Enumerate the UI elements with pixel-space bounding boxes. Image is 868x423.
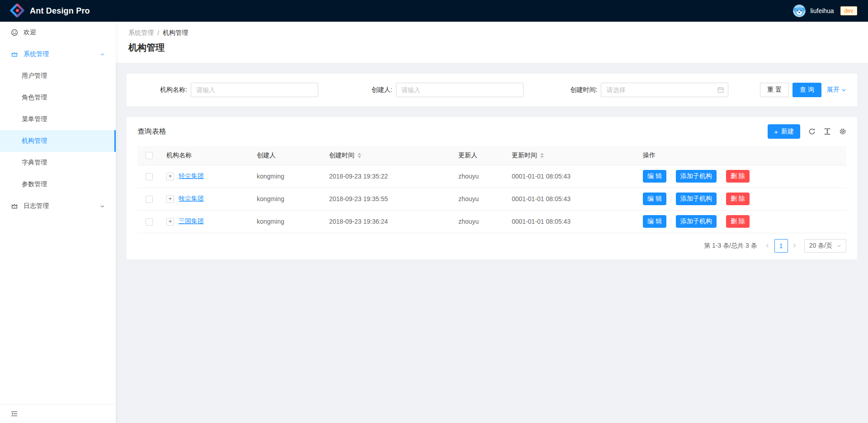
sidebar-item-label: 系统管理: [24, 50, 49, 58]
creator-cell: kongming: [250, 210, 322, 233]
expand-link-label: 展开: [827, 86, 840, 94]
calendar-icon: [717, 87, 724, 93]
sidebar-item-role-management[interactable]: 角色管理: [0, 87, 116, 108]
creator-cell: kongming: [250, 165, 322, 188]
column-label: 机构名称: [166, 151, 192, 160]
creator-input[interactable]: [396, 83, 524, 97]
sidebar-item-label: 用户管理: [22, 72, 47, 80]
pagination-prev-button[interactable]: [762, 239, 774, 253]
table-toolbar: 查询表格 + 新建: [127, 117, 857, 146]
form-item-org-name: 机构名称:: [137, 83, 343, 97]
org-name-link[interactable]: 牧尘集团: [179, 195, 204, 203]
divider: [721, 196, 722, 202]
created-at-cell: 2018-09-23 19:35:55: [322, 188, 451, 210]
sidebar-item-user-management[interactable]: 用户管理: [0, 65, 116, 87]
sidebar-item-menu-management[interactable]: 菜单管理: [0, 108, 116, 130]
edit-button[interactable]: 编 辑: [643, 215, 666, 228]
reload-icon[interactable]: [808, 128, 816, 135]
org-name-link[interactable]: 三国集团: [179, 217, 204, 226]
org-name-input[interactable]: [191, 83, 318, 97]
row-checkbox[interactable]: [146, 173, 153, 180]
row-checkbox[interactable]: [146, 196, 153, 203]
sidebar-item-label: 机构管理: [22, 137, 47, 145]
row-expand-button[interactable]: +: [166, 173, 174, 180]
breadcrumb: 系统管理 / 机构管理: [128, 29, 854, 37]
creator-cell: kongming: [250, 188, 322, 210]
sidebar-item-log-management[interactable]: 日志管理: [0, 195, 116, 217]
updater-cell: zhouyu: [451, 165, 505, 188]
add-child-org-button[interactable]: 添加子机构: [676, 193, 717, 205]
sidebar-menu: 欢迎 系统管理 用户管理 角色管理 菜单管理 机构管理: [0, 22, 116, 404]
table-header-row: 机构名称 创建人 创建时间: [137, 146, 846, 165]
user-avatar[interactable]: [793, 5, 806, 17]
create-time-datepicker[interactable]: [601, 83, 728, 97]
sidebar-collapse-trigger[interactable]: [0, 404, 116, 423]
org-name-link[interactable]: 轻尘集团: [179, 172, 204, 180]
chevron-up-icon: [100, 52, 105, 57]
sidebar-item-param-management[interactable]: 参数管理: [0, 174, 116, 195]
org-name-label: 机构名称:: [137, 86, 191, 94]
new-button-label: 新建: [781, 127, 794, 136]
edit-button[interactable]: 编 辑: [643, 193, 666, 205]
username: liufeihua: [810, 7, 834, 14]
divider: [721, 173, 722, 180]
smile-icon: [11, 29, 18, 36]
top-header: Ant Design Pro liufeihua dev: [0, 0, 868, 22]
sort-carets-icon: [540, 153, 544, 158]
column-header-updated-at[interactable]: 更新时间: [505, 146, 636, 165]
search-actions: 重 置 查 询 展开: [760, 83, 846, 97]
column-label: 操作: [643, 151, 656, 159]
main-area: 系统管理 / 机构管理 机构管理 机构名称: 创建人:: [116, 22, 868, 423]
sidebar-item-label: 字典管理: [22, 159, 47, 167]
sidebar-item-dict-management[interactable]: 字典管理: [0, 152, 116, 174]
chevron-down-icon: [837, 244, 841, 248]
delete-button[interactable]: 删 除: [726, 193, 750, 205]
search-form: 机构名称: 创建人: 创建时间:: [137, 83, 753, 97]
creator-label: 创建人:: [343, 86, 396, 94]
pagination-total: 第 1-3 条/总共 3 条: [704, 242, 757, 250]
sidebar-item-org-management[interactable]: 机构管理: [0, 130, 116, 152]
page-size-select[interactable]: 20 条/页: [804, 239, 846, 253]
settings-gear-icon[interactable]: [839, 128, 846, 135]
select-all-checkbox[interactable]: [146, 152, 153, 159]
table-card: 查询表格 + 新建: [127, 117, 857, 259]
edit-button[interactable]: 编 辑: [643, 170, 666, 183]
query-button[interactable]: 查 询: [793, 83, 821, 97]
sidebar-item-label: 角色管理: [22, 94, 47, 102]
row-expand-button[interactable]: +: [166, 218, 174, 226]
row-expand-button[interactable]: +: [166, 195, 174, 203]
sort-carets-icon: [358, 153, 361, 158]
column-height-icon[interactable]: [824, 128, 831, 135]
column-header-created-at[interactable]: 创建时间: [322, 146, 451, 165]
app-title: Ant Design Pro: [30, 6, 90, 16]
divider: [671, 196, 671, 202]
column-header-actions: 操作: [636, 146, 846, 165]
created-at-cell: 2018-09-23 19:35:22: [322, 165, 451, 188]
create-time-label: 创建时间:: [547, 86, 601, 94]
pagination-page-1[interactable]: 1: [774, 239, 788, 253]
sidebar: 欢迎 系统管理 用户管理 角色管理 菜单管理 机构管理: [0, 22, 116, 423]
table-row: + 牧尘集团 kongming 2018-09-23 19:35:55 zhou…: [137, 188, 846, 210]
add-child-org-button[interactable]: 添加子机构: [676, 170, 717, 183]
reset-button[interactable]: 重 置: [760, 83, 789, 97]
table-row: + 轻尘集团 kongming 2018-09-23 19:35:22 zhou…: [137, 165, 846, 188]
pagination-next-button[interactable]: [789, 239, 801, 253]
new-button[interactable]: + 新建: [768, 124, 800, 139]
menu-fold-icon: [11, 410, 18, 417]
breadcrumb-parent[interactable]: 系统管理: [128, 29, 154, 37]
delete-button[interactable]: 删 除: [726, 170, 750, 183]
delete-button[interactable]: 删 除: [726, 215, 750, 228]
updated-at-cell: 0001-01-01 08:05:43: [505, 188, 636, 210]
env-badge: dev: [840, 6, 857, 15]
app-logo-icon[interactable]: [10, 4, 24, 18]
sidebar-item-system-management[interactable]: 系统管理: [0, 43, 116, 65]
toolbar-actions: + 新建: [768, 124, 846, 139]
row-checkbox[interactable]: [146, 218, 153, 226]
column-label: 更新人: [458, 151, 477, 160]
add-child-org-button[interactable]: 添加子机构: [676, 215, 717, 228]
expand-link[interactable]: 展开: [827, 86, 846, 94]
updater-cell: zhouyu: [451, 188, 505, 210]
sidebar-item-welcome[interactable]: 欢迎: [0, 22, 116, 43]
header-user-area[interactable]: liufeihua dev: [793, 5, 857, 17]
create-time-input[interactable]: [601, 83, 728, 97]
